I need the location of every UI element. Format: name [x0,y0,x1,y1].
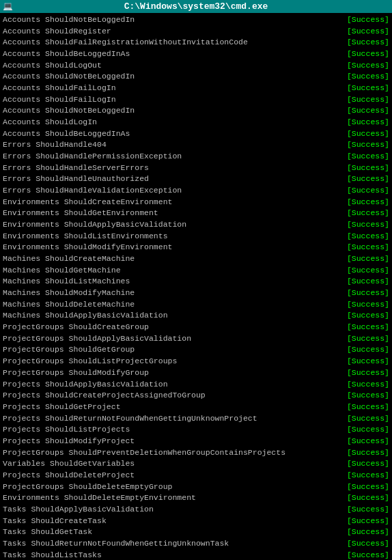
test-line: ProjectGroups ShouldGetGroup[Success] [3,344,389,356]
test-status: [Success] [347,83,389,94]
test-status: [Success] [347,231,389,242]
test-name: ProjectGroups ShouldListProjectGroups [3,356,177,367]
test-line: Machines ShouldGetMachine[Success] [3,265,389,277]
test-status: [Success] [347,151,389,163]
test-name: Accounts ShouldFailLogIn [3,94,116,106]
test-status: [Success] [347,436,389,447]
test-status: [Success] [347,390,389,402]
test-line: Projects ShouldListProjects[Success] [3,424,389,436]
test-name: ProjectGroups ShouldPreventDeletionWhenG… [3,447,285,459]
test-name: Environments ShouldApplyBasicValidation [3,219,186,231]
test-name: Machines ShouldApplyBasicValidation [3,310,168,322]
test-status: [Success] [347,105,389,117]
test-name: Projects ShouldCreateProjectAssignedToGr… [3,390,206,402]
test-status: [Success] [347,424,389,436]
test-name: Errors ShouldHandleUnauthorized [3,173,149,185]
test-name: Accounts ShouldLogOut [3,60,102,72]
test-status: [Success] [347,139,389,151]
test-status: [Success] [347,60,389,72]
test-name: Tasks ShouldReturnNotFoundWhenGettingUnk… [3,538,229,550]
test-status: [Success] [347,344,389,356]
test-status: [Success] [347,276,389,288]
test-status: [Success] [347,37,389,48]
test-name: Accounts ShouldNotBeLoggedIn [3,71,135,83]
test-status: [Success] [347,208,389,219]
test-name: Machines ShouldModifyMachine [3,288,135,299]
test-line: Variables ShouldGetVariables[Success] [3,458,389,470]
test-name: ProjectGroups ShouldGetGroup [3,344,135,356]
test-name: Projects ShouldApplyBasicValidation [3,379,168,391]
test-status: [Success] [347,447,389,459]
test-name: Machines ShouldDeleteMachine [3,299,135,311]
test-name: Accounts ShouldLogIn [3,117,97,128]
test-line: Machines ShouldDeleteMachine[Success] [3,299,389,311]
test-status: [Success] [347,527,389,538]
test-line: Environments ShouldGetEnvironment[Succes… [3,208,389,219]
test-line: Accounts ShouldNotBeLoggedIn[Success] [3,71,389,83]
test-status: [Success] [347,163,389,174]
test-line: Environments ShouldApplyBasicValidation[… [3,219,389,231]
test-status: [Success] [347,299,389,311]
test-name: ProjectGroups ShouldModifyGroup [3,367,149,379]
test-line: Accounts ShouldNotBeLoggedIn[Success] [3,14,389,26]
terminal-content: Accounts ShouldNotBeLoggedIn[Success]Acc… [0,13,392,560]
test-name: Tasks ShouldListTasks [3,550,102,560]
test-status: [Success] [347,379,389,391]
test-status: [Success] [347,470,389,481]
test-line: Projects ShouldReturnNotFoundWhenGetting… [3,413,389,425]
test-status: [Success] [347,504,389,516]
test-name: Projects ShouldGetProject [3,402,121,413]
test-status: [Success] [347,94,389,106]
test-line: Accounts ShouldBeLoggedInAs[Success] [3,128,389,140]
test-line: Environments ShouldModifyEnvironment[Suc… [3,242,389,253]
test-line: Errors ShouldHandleUnauthorized[Success] [3,173,389,185]
test-status: [Success] [347,402,389,413]
test-line: ProjectGroups ShouldListProjectGroups[Su… [3,356,389,367]
test-line: Accounts ShouldRegister[Success] [3,26,389,38]
test-line: Tasks ShouldReturnNotFoundWhenGettingUnk… [3,538,389,550]
test-status: [Success] [347,185,389,197]
test-status: [Success] [347,48,389,60]
test-line: Errors ShouldHandle404[Success] [3,139,389,151]
test-status: [Success] [347,458,389,470]
test-line: ProjectGroups ShouldModifyGroup[Success] [3,367,389,379]
test-name: Projects ShouldListProjects [3,424,130,436]
test-line: Projects ShouldApplyBasicValidation[Succ… [3,379,389,391]
test-status: [Success] [347,538,389,550]
test-line: Projects ShouldModifyProject[Success] [3,436,389,447]
test-name: Errors ShouldHandleServerErrors [3,163,149,174]
test-line: Tasks ShouldListTasks[Success] [3,550,389,560]
test-line: Machines ShouldApplyBasicValidation[Succ… [3,310,389,322]
test-line: Accounts ShouldNotBeLoggedIn[Success] [3,105,389,117]
test-line: Accounts ShouldFailLogIn[Success] [3,94,389,106]
test-line: ProjectGroups ShouldApplyBasicValidation… [3,333,389,345]
test-line: Environments ShouldDeleteEmptyEnvironmen… [3,492,389,504]
cmd-window: 💻 C:\Windows\system32\cmd.exe Accounts S… [0,0,392,560]
test-status: [Success] [347,367,389,379]
test-line: Projects ShouldGetProject[Success] [3,402,389,413]
test-line: ProjectGroups ShouldPreventDeletionWhenG… [3,447,389,459]
window-title: C:\Windows\system32\cmd.exe [124,1,268,12]
test-name: Errors ShouldHandlePermissionException [3,151,182,163]
test-name: Environments ShouldModifyEnvironment [3,242,172,253]
test-status: [Success] [347,550,389,560]
test-line: Errors ShouldHandlePermissionException[S… [3,151,389,163]
test-name: Machines ShouldListMachines [3,276,130,288]
test-line: Environments ShouldListEnvironments[Succ… [3,231,389,242]
test-name: Environments ShouldListEnvironments [3,231,168,242]
test-status: [Success] [347,128,389,140]
test-line: Machines ShouldCreateMachine[Success] [3,253,389,265]
test-status: [Success] [347,173,389,185]
test-name: Machines ShouldGetMachine [3,265,121,277]
test-line: Projects ShouldCreateProjectAssignedToGr… [3,390,389,402]
test-line: Tasks ShouldApplyBasicValidation[Success… [3,504,389,516]
test-status: [Success] [347,14,389,26]
test-status: [Success] [347,219,389,231]
test-name: Tasks ShouldApplyBasicValidation [3,504,154,516]
test-name: Machines ShouldCreateMachine [3,253,135,265]
test-line: Tasks ShouldGetTask[Success] [3,527,389,538]
test-name: Accounts ShouldFailLogIn [3,83,116,94]
test-name: Environments ShouldGetEnvironment [3,208,158,219]
test-name: Variables ShouldGetVariables [3,458,135,470]
test-line: Accounts ShouldBeLoggedInAs[Success] [3,48,389,60]
